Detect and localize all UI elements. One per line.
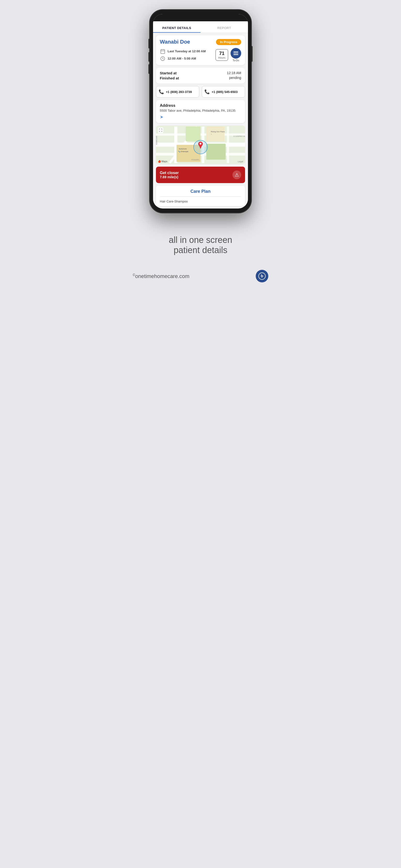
navigate-icon[interactable]: ➤ — [160, 114, 241, 120]
phone-icon-1: 📞 — [159, 89, 164, 94]
hours-label: Hours — [218, 56, 225, 59]
app-content: PATIENT DETAILS REPORT Wanabi Doe In Pro… — [153, 21, 248, 206]
svg-rect-0 — [161, 50, 165, 54]
copyright: © — [133, 273, 135, 277]
phone-icon-2: 📞 — [204, 89, 210, 94]
get-closer-banner[interactable]: Get closer 7.69 mile(s) ⚠ — [156, 166, 245, 183]
expand-icon[interactable]: ⛶ — [158, 127, 163, 133]
todo-line-1 — [234, 52, 238, 52]
hours-number: 71 — [218, 51, 225, 56]
svg-text:🐾 Emancipat: 🐾 Emancipat — [178, 150, 188, 153]
footer-domain: onetimehomecare.com — [135, 273, 189, 279]
last-visit-row: Last Tuesday at 12:00 AM — [160, 49, 206, 54]
address-title: Address — [160, 103, 241, 108]
started-finished-row: Started at Finished at 12:18 AM pending — [160, 71, 241, 80]
care-plan-item-0: Hair Care-Shampoo — [160, 198, 241, 204]
svg-text:FOULKRO...: FOULKRO... — [191, 159, 201, 161]
todo-line-2 — [234, 53, 238, 54]
phone-number-1: +1 (808) 283-3739 — [166, 90, 192, 94]
hours-box-wrapper: 71 Hours — [216, 49, 228, 61]
meta-right: 71 Hours To-Do — [216, 48, 241, 62]
get-closer-title: Get closer — [160, 171, 179, 175]
todo-label: To-Do — [233, 59, 239, 62]
svg-text:b: b — [261, 274, 263, 278]
tagline: all in one screen patient details — [169, 235, 232, 255]
started-values: 12:18 AM pending — [227, 71, 241, 80]
last-visit-text: Last Tuesday at 12:00 AM — [167, 50, 206, 53]
svg-text:E GODFREY AVE: E GODFREY AVE — [234, 135, 245, 137]
status-badge: In Progress — [216, 39, 241, 45]
todo-line-3 — [234, 54, 238, 55]
session-card: Started at Finished at 12:18 AM pending — [156, 68, 245, 84]
get-closer-text: Get closer 7.69 mile(s) — [160, 171, 179, 179]
care-plan-card: Care Plan Hair Care-Shampoo — [156, 186, 245, 206]
phone-button-1[interactable]: 📞 +1 (808) 283-3739 — [156, 86, 199, 98]
svg-rect-9 — [227, 127, 229, 163]
footer-url: ©onetimehomecare.com — [133, 273, 189, 279]
patient-card: Wanabi Doe In Progress — [156, 35, 245, 65]
svg-text:⚬: ⚬ — [211, 133, 212, 135]
phone-number-2: +1 (885) 545-6503 — [212, 90, 238, 94]
patient-name: Wanabi Doe — [160, 39, 190, 45]
time-range-text: 12:00 AM - 5:00 AM — [167, 57, 196, 60]
tab-report[interactable]: REPORT — [201, 23, 248, 33]
phone-mockup: PATIENT DETAILS REPORT Wanabi Doe In Pro… — [150, 10, 251, 213]
get-closer-subtitle: 7.69 mile(s) — [160, 175, 179, 179]
map-container[interactable]: Rising Sun Plaza ⚬ AutoZone 🐾 Emancipat … — [156, 125, 245, 164]
phone-screen: PATIENT DETAILS REPORT Wanabi Doe In Pro… — [153, 14, 248, 209]
notch-pill — [186, 14, 215, 20]
todo-wrapper[interactable]: To-Do — [230, 48, 241, 62]
svg-text:Rising Sun Plaza: Rising Sun Plaza — [211, 130, 225, 133]
map-credit: 🍎 Maps — [158, 160, 167, 163]
started-value: 12:18 AM — [227, 71, 241, 75]
calendar-icon — [160, 49, 166, 54]
map-svg: Rising Sun Plaza ⚬ AutoZone 🐾 Emancipat … — [156, 125, 245, 164]
started-labels: Started at Finished at — [160, 71, 179, 80]
meta-left: Last Tuesday at 12:00 AM 12:00 AM - 5:00 — [160, 49, 206, 62]
care-plan-title: Care Plan — [160, 189, 241, 197]
tab-patient-details[interactable]: PATIENT DETAILS — [153, 23, 201, 33]
finished-value: pending — [227, 76, 241, 80]
svg-point-20 — [199, 143, 202, 145]
address-card: Address 5500 Tabor ave, Philadelphia, Ph… — [156, 100, 245, 123]
svg-text:AutoZone: AutoZone — [179, 148, 187, 150]
svg-text:ADAMS AVE: ADAMS AVE — [156, 135, 157, 145]
phone-frame: PATIENT DETAILS REPORT Wanabi Doe In Pro… — [150, 10, 251, 213]
svg-rect-14 — [186, 127, 201, 142]
started-label: Started at — [160, 71, 179, 75]
phone-buttons: 📞 +1 (808) 283-3739 📞 +1 (885) 545-6503 — [156, 86, 245, 98]
notch — [153, 14, 248, 21]
tagline-line2: patient details — [169, 245, 232, 255]
svg-rect-16 — [206, 127, 224, 142]
todo-icon[interactable] — [230, 48, 241, 59]
map-legal: Legal — [238, 160, 243, 163]
hours-box: 71 Hours — [216, 49, 228, 61]
address-text: 5500 Tabor ave, Philadelphia, Philadelph… — [160, 109, 241, 113]
tagline-line1: all in one screen — [169, 235, 232, 245]
clock-icon — [160, 56, 166, 62]
svg-rect-13 — [206, 144, 226, 160]
finished-label: Finished at — [160, 76, 179, 80]
phone-button-2[interactable]: 📞 +1 (885) 545-6503 — [202, 86, 245, 98]
footer: ©onetimehomecare.com b — [128, 270, 273, 282]
footer-logo: b — [256, 270, 268, 282]
patient-meta: Last Tuesday at 12:00 AM 12:00 AM - 5:00 — [160, 48, 241, 62]
warning-icon: ⚠ — [233, 170, 241, 179]
patient-header: Wanabi Doe In Progress — [160, 39, 241, 45]
time-range-row: 12:00 AM - 5:00 AM — [160, 56, 206, 62]
tab-bar: PATIENT DETAILS REPORT — [153, 21, 248, 33]
